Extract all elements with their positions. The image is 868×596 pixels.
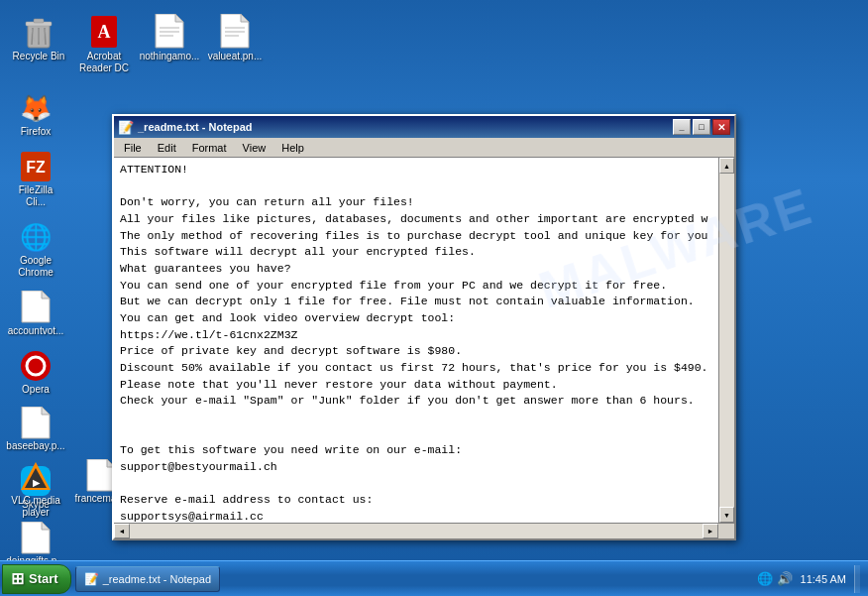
- valueat-label: valueat.pn...: [208, 51, 262, 62]
- filezilla-icon: FZ: [18, 149, 54, 184]
- tray-network-icon: 🌐: [757, 571, 773, 586]
- task-notepad-label: _readme.txt - Notepad: [103, 573, 211, 585]
- menubar: File Edit Format View Help: [114, 138, 734, 158]
- chrome-icon: 🌐: [18, 219, 54, 255]
- menu-format[interactable]: Format: [184, 141, 235, 155]
- recycle-bin-label: Recycle Bin: [13, 51, 65, 62]
- svg-text:FZ: FZ: [26, 159, 46, 176]
- svg-text:▶: ▶: [33, 478, 41, 488]
- windows-logo: ⊞: [11, 569, 24, 588]
- filezilla-label: FileZilla Cli...: [8, 184, 63, 208]
- accountvot-label: accountvot...: [8, 325, 64, 337]
- scroll-right-button[interactable]: ►: [703, 524, 718, 538]
- notepad-textarea[interactable]: [114, 158, 718, 523]
- taskbar-tasks: 📝 _readme.txt - Notepad: [71, 566, 749, 592]
- desktop-icon-acrobat[interactable]: A Acrobat Reader DC: [73, 10, 135, 77]
- tray-clock[interactable]: 11:45 AM: [797, 573, 850, 585]
- accountvot-icon: [19, 290, 53, 325]
- menu-help[interactable]: Help: [273, 141, 312, 155]
- baseebay-icon: [19, 407, 53, 440]
- start-button[interactable]: ⊞ Start: [2, 564, 71, 594]
- menu-edit[interactable]: Edit: [150, 141, 184, 155]
- scroll-track-v: [719, 174, 734, 507]
- svg-marker-29: [42, 522, 50, 530]
- nothingamo-icon: [151, 13, 188, 51]
- svg-marker-9: [175, 14, 183, 22]
- scroll-up-button[interactable]: ▲: [719, 158, 734, 174]
- window-title: _readme.txt - Notepad: [138, 121, 253, 133]
- restore-button[interactable]: □: [693, 119, 710, 135]
- start-label: Start: [29, 571, 58, 586]
- scroll-down-button[interactable]: ▼: [719, 507, 734, 523]
- minimize-button[interactable]: _: [673, 119, 691, 135]
- scrollbar-vertical: ▲ ▼: [718, 158, 734, 523]
- desktop-icon-valueat[interactable]: valueat.pn...: [204, 10, 266, 77]
- desktop-icon-filezilla[interactable]: FZ FileZilla Cli...: [5, 146, 66, 211]
- tray-volume-icon: 🔊: [777, 571, 793, 586]
- titlebar-left: 📝 _readme.txt - Notepad: [118, 120, 253, 135]
- scroll-left-button[interactable]: ◄: [114, 524, 130, 538]
- desktop-icon-vlc[interactable]: ▶ VLC media player: [5, 456, 66, 522]
- scrollbar-horizontal: ◄ ►: [114, 523, 734, 538]
- desktop-icon-nothingamo[interactable]: nothingamo...: [139, 10, 200, 77]
- desktop-icon-chrome[interactable]: 🌐 Google Chrome: [5, 216, 66, 282]
- desktop-icon-opera[interactable]: Opera: [5, 345, 66, 399]
- acrobat-icon: A: [85, 13, 123, 51]
- svg-marker-25: [42, 407, 50, 415]
- svg-marker-14: [241, 14, 249, 22]
- system-tray: 🌐 🔊 11:45 AM: [749, 565, 868, 593]
- close-button[interactable]: ✕: [712, 119, 730, 135]
- vlc-label: VLC media player: [8, 495, 63, 519]
- scroll-corner: [718, 524, 734, 538]
- show-desktop-button[interactable]: [854, 565, 860, 593]
- acrobat-label: Acrobat Reader DC: [76, 51, 132, 74]
- desktop-top-icons: Recycle Bin A Acrobat Reader DC nothinga…: [0, 5, 273, 82]
- desktop-icon-recycle-bin[interactable]: Recycle Bin: [8, 10, 69, 77]
- tray-time: 11:45 AM: [801, 573, 846, 585]
- firefox-label: Firefox: [21, 126, 52, 138]
- scroll-track-h: [130, 524, 703, 538]
- svg-text:A: A: [98, 22, 111, 42]
- taskbar-task-notepad[interactable]: 📝 _readme.txt - Notepad: [75, 566, 220, 592]
- svg-marker-21: [42, 291, 50, 298]
- opera-icon: [18, 348, 54, 384]
- notepad-content-area: ▲ ▼: [114, 158, 734, 523]
- svg-rect-2: [34, 19, 44, 23]
- desktop-icon-firefox[interactable]: 🦊 Firefox: [5, 87, 66, 141]
- notepad-window: 📝 _readme.txt - Notepad _ □ ✕ File Edit …: [112, 114, 736, 540]
- chrome-label: Google Chrome: [8, 255, 63, 279]
- valueat-icon: [216, 13, 254, 51]
- baseebay-label: baseebay.p...: [6, 440, 64, 452]
- titlebar: 📝 _readme.txt - Notepad _ □ ✕: [114, 116, 734, 138]
- menu-view[interactable]: View: [235, 141, 274, 155]
- menu-file[interactable]: File: [116, 141, 150, 155]
- titlebar-buttons: _ □ ✕: [673, 119, 730, 135]
- opera-label: Opera: [22, 384, 50, 396]
- notepad-title-icon: 📝: [118, 120, 134, 135]
- doinggifts-icon: [19, 522, 53, 555]
- desktop-icon-accountvot[interactable]: accountvot...: [5, 287, 66, 340]
- task-notepad-icon: 📝: [84, 572, 99, 586]
- nothingamo-label: nothingamo...: [140, 51, 200, 62]
- taskbar: ⊞ Start 📝 _readme.txt - Notepad 🌐 🔊 11:4…: [0, 560, 868, 596]
- vlc-icon: ▶: [18, 459, 54, 495]
- desktop-icon-baseebay[interactable]: baseebay.p...: [5, 404, 66, 455]
- recycle-bin-icon: [20, 13, 57, 51]
- firefox-icon: 🦊: [18, 90, 54, 126]
